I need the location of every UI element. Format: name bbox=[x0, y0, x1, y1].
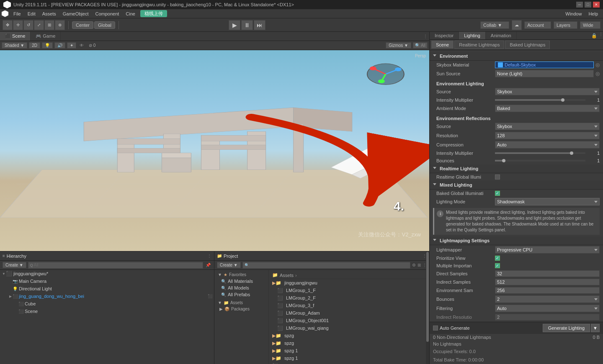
section-realtime[interactable]: Realtime Lighting bbox=[430, 164, 603, 173]
lighting-toggle[interactable]: 💡 bbox=[42, 42, 53, 49]
asset-lmgroupwai[interactable]: ⬛ LMGroup_wai_qiang bbox=[271, 324, 428, 332]
tab-animation[interactable]: Animation bbox=[486, 32, 517, 39]
skybox-dropdown[interactable]: Default-Skybox bbox=[495, 62, 594, 68]
asset-spzg4[interactable]: ▶📁 spzg 1 bbox=[271, 354, 428, 362]
bounces-env-slider[interactable] bbox=[495, 160, 585, 161]
layers-button[interactable]: Layers bbox=[554, 21, 577, 29]
ref-intensity-thumb[interactable] bbox=[570, 151, 573, 155]
asset-jingguang[interactable]: ▶📁 jingguangjingwu bbox=[271, 279, 428, 287]
2d-button[interactable]: 2D bbox=[29, 42, 40, 49]
sun-target-icon[interactable]: ◎ bbox=[595, 71, 600, 77]
generate-dropdown-button[interactable]: ▼ bbox=[591, 324, 600, 332]
project-all-models[interactable]: 🔍 All Models bbox=[214, 285, 268, 291]
asset-lmgroup1[interactable]: ⬛ LMGroup_1_F bbox=[271, 287, 428, 294]
filtering-dropdown[interactable]: Auto bbox=[495, 305, 600, 312]
inspector-options[interactable]: ⋮ bbox=[599, 32, 603, 39]
global-button[interactable]: Global bbox=[94, 21, 115, 29]
indirect-samples-input[interactable] bbox=[495, 279, 600, 285]
ambient-dropdown[interactable]: Baked bbox=[495, 105, 600, 112]
asset-lmgroup2[interactable]: ⬛ LMGroup_2_F bbox=[271, 294, 428, 302]
shading-dropdown[interactable]: Shaded ▼ bbox=[2, 42, 27, 49]
skybox-target-icon[interactable]: ◎ bbox=[595, 62, 600, 68]
auto-generate-checkbox[interactable] bbox=[433, 326, 438, 331]
project-ctrl2[interactable]: ⊞ bbox=[417, 263, 421, 267]
section-environment[interactable]: Environment bbox=[430, 52, 603, 61]
sun-dropdown[interactable]: None (Light) bbox=[495, 70, 594, 77]
realtime-gi-checkbox[interactable] bbox=[495, 174, 500, 179]
project-all-prefabs[interactable]: 🔍 All Prefabs bbox=[214, 291, 268, 298]
upload-button[interactable]: 稳线上传 bbox=[140, 10, 167, 17]
compression-dropdown[interactable]: Auto bbox=[495, 141, 600, 149]
bounces-env-thumb[interactable] bbox=[502, 159, 505, 162]
section-lightmapping[interactable]: Lightmapping Settings bbox=[430, 236, 603, 245]
asset-spzg3[interactable]: ▶📁 spzg 1 bbox=[271, 347, 428, 354]
intensity-slider[interactable] bbox=[495, 99, 585, 101]
menu-component[interactable]: Component bbox=[92, 10, 122, 17]
hierarchy-search[interactable]: Q All bbox=[28, 262, 203, 269]
project-favorites-header[interactable]: ▼ ★ Favorites bbox=[214, 272, 268, 278]
minimize-button[interactable]: ─ bbox=[576, 2, 583, 8]
collab-button[interactable]: Collab ▼ bbox=[480, 21, 509, 29]
project-packages-header[interactable]: ▶ 📦 Packages bbox=[214, 306, 268, 312]
project-create-button[interactable]: Create ▼ bbox=[217, 262, 241, 268]
cloud-button[interactable]: ☁ bbox=[512, 20, 522, 30]
scale-tool[interactable]: ⤢ bbox=[34, 20, 44, 30]
bounces-lm-dropdown[interactable]: 2 bbox=[495, 295, 600, 303]
effects-toggle[interactable]: ✦ bbox=[67, 42, 76, 49]
baked-gi-checkbox[interactable]: ✓ bbox=[495, 191, 500, 196]
tab-lighting[interactable]: Lighting bbox=[459, 32, 486, 39]
tab-inspector[interactable]: Inspector bbox=[430, 32, 459, 39]
project-ctrl1[interactable]: ⚙ bbox=[412, 263, 416, 267]
lock-icon[interactable]: 🔒 bbox=[590, 32, 598, 39]
project-search[interactable]: 🔍 bbox=[242, 262, 410, 269]
asset-lmgroup3[interactable]: ⬛ LMGroup_3_f bbox=[271, 302, 428, 309]
menu-gameobject[interactable]: GameObject bbox=[59, 10, 92, 17]
rotate-tool[interactable]: ↺ bbox=[23, 20, 34, 30]
subtab-baked[interactable]: Baked Lightmaps bbox=[505, 41, 550, 49]
direct-samples-input[interactable] bbox=[495, 270, 600, 277]
prioritize-checkbox[interactable]: ✓ bbox=[495, 256, 500, 261]
tree-item-scene2[interactable]: ⬛ Scene bbox=[0, 308, 214, 315]
close-button[interactable]: ✕ bbox=[593, 2, 600, 8]
env-samples-input[interactable] bbox=[495, 287, 600, 294]
asset-lmgroupobj[interactable]: ⬛ LMGroup_Object001 bbox=[271, 317, 428, 324]
pause-button[interactable]: ⏸ bbox=[241, 20, 253, 30]
project-scrollbar[interactable] bbox=[426, 251, 429, 364]
lighting-mode-dropdown[interactable]: Shadowmask bbox=[495, 198, 600, 205]
tree-item-camera[interactable]: 📷 Main Camera bbox=[0, 277, 214, 285]
asset-spzg1[interactable]: ▶📁 spzg bbox=[271, 332, 428, 339]
subtab-realtime[interactable]: Realtime Lightmaps bbox=[454, 41, 504, 49]
menu-assets[interactable]: Assets bbox=[39, 10, 59, 17]
ref-source-dropdown[interactable]: Skybox bbox=[495, 123, 600, 130]
subtab-scene[interactable]: Scene bbox=[431, 41, 454, 49]
step-button[interactable]: ⏭ bbox=[254, 20, 265, 30]
maximize-button[interactable]: □ bbox=[585, 2, 591, 8]
tree-item-main-object[interactable]: ▶ ⬛ jing_guang_dong_wu_hong_bei ⬛ bbox=[0, 292, 214, 300]
account-button[interactable]: Account bbox=[524, 21, 551, 29]
menu-cine[interactable]: Cine bbox=[122, 10, 139, 17]
layout-button[interactable]: Wide bbox=[580, 21, 600, 29]
tab-game[interactable]: 🎮 Game bbox=[31, 32, 61, 41]
gizmos-button[interactable]: Gizmos ▼ bbox=[386, 42, 411, 49]
tree-item-cube[interactable]: ⬛ Cube bbox=[0, 300, 214, 308]
tree-item-scene[interactable]: ▼ ⬛ jingguangjingwu* bbox=[0, 270, 214, 277]
tree-item-light[interactable]: 💡 Directional Light bbox=[0, 285, 214, 292]
play-button[interactable]: ▶ bbox=[229, 20, 240, 30]
intensity-thumb[interactable] bbox=[561, 98, 564, 102]
hand-tool[interactable]: ✥ bbox=[3, 20, 13, 30]
resolution-dropdown[interactable]: 128 bbox=[495, 132, 600, 139]
move-tool[interactable]: ✛ bbox=[13, 20, 23, 30]
menu-edit[interactable]: Edit bbox=[24, 10, 39, 17]
ref-intensity-slider[interactable] bbox=[495, 152, 585, 154]
menu-file[interactable]: File bbox=[10, 10, 24, 17]
generate-lighting-button[interactable]: Generate Lighting bbox=[543, 324, 590, 332]
project-all-materials[interactable]: 🔍 All Materials bbox=[214, 278, 268, 285]
transform-tool[interactable]: ⊕ bbox=[55, 20, 65, 30]
lightmapper-dropdown[interactable]: Progressive CPU bbox=[495, 246, 600, 254]
project-assets-header[interactable]: ▼ 📁 Assets bbox=[214, 300, 268, 306]
asset-spzg2[interactable]: ▶📁 spzg bbox=[271, 339, 428, 347]
env-source-dropdown[interactable]: Skybox bbox=[495, 88, 600, 95]
indirect-res-input[interactable] bbox=[495, 314, 600, 320]
asset-terrain[interactable]: ⬛ terrain bbox=[271, 362, 428, 364]
asset-lmgroupadam[interactable]: ⬛ LMGroup_Adam bbox=[271, 309, 428, 317]
